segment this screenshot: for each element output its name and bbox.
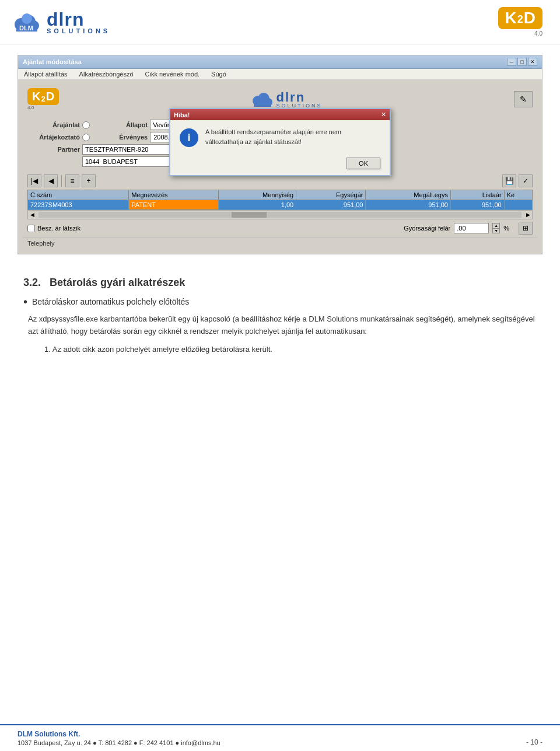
col-megnevezes: Megnevezés bbox=[129, 190, 218, 200]
col-cszam: C.szám bbox=[28, 190, 129, 200]
paragraph-text: Az xdpsyssysfile.exe karbantartóba beker… bbox=[28, 313, 537, 338]
k2d-2-letter: 2 bbox=[517, 13, 523, 26]
page-footer: DLM Solutions Kft. 1037 Budapest, Zay u.… bbox=[0, 724, 560, 751]
bullet-text-1: Betároláskor automatikus polchely előtöl… bbox=[32, 297, 189, 306]
col-listaar: Listaár bbox=[450, 190, 504, 200]
app-k2d-D: D bbox=[46, 90, 54, 103]
toolbar-separator bbox=[61, 175, 62, 187]
cell-cszam: 72237SM4003 bbox=[28, 200, 129, 210]
error-footer: OK bbox=[170, 154, 390, 175]
footer-address: 1037 Budapest, Zay u. 24 ● T: 801 4282 ●… bbox=[18, 739, 220, 746]
error-body: i A beállított rendszerparaméter alapján… bbox=[170, 120, 390, 154]
menu-alkatresz[interactable]: Alkatrészböngésző bbox=[78, 70, 135, 78]
telephely-bar: Telephely bbox=[23, 237, 537, 249]
svg-rect-9 bbox=[254, 101, 271, 107]
toolbar-save-btn[interactable]: 💾 bbox=[502, 174, 516, 187]
horizontal-scrollbar[interactable]: ◀ ▶ bbox=[27, 210, 533, 219]
window-title: Ajánlat módosítása bbox=[23, 58, 82, 65]
error-message-text: A beállított rendszerparaméter alapján e… bbox=[205, 127, 380, 146]
app-k2d-version: 4.0 bbox=[27, 105, 34, 110]
error-dialog: Hiba! ✕ i A beállított rendszerparaméter… bbox=[169, 108, 391, 176]
app-content: K 2 D 4.0 dlrn SOLUTIONS ✎ bbox=[18, 80, 542, 254]
screenshot-window: Ajánlat módosítása ─ □ ✕ Állapot átállít… bbox=[18, 55, 542, 254]
dlm-brand: dlrn bbox=[47, 10, 110, 29]
error-titlebar: Hiba! ✕ bbox=[170, 109, 390, 120]
app-k2d-badge: K 2 D bbox=[27, 88, 59, 105]
col-ke: Ke bbox=[504, 190, 532, 200]
app-dlm-cloud-icon bbox=[251, 89, 273, 109]
k2d-badge: K 2 D bbox=[498, 7, 542, 29]
menu-bar: Állapot átállítás Alkatrészböngésző Cikk… bbox=[18, 69, 542, 80]
app-dlm-logo: dlrn SOLUTIONS bbox=[251, 89, 323, 109]
table-area: C.szám Megnevezés Mennyiség Egységár Meg… bbox=[23, 190, 537, 210]
data-table: C.szám Megnevezés Mennyiség Egységár Meg… bbox=[27, 190, 533, 210]
svg-text:DLM: DLM bbox=[19, 25, 33, 32]
error-dialog-overlay: Hiba! ✕ i A beállított rendszerparaméter… bbox=[53, 108, 507, 176]
menu-sugo[interactable]: Súgó bbox=[210, 70, 228, 78]
window-controls[interactable]: ─ □ ✕ bbox=[507, 58, 537, 66]
app-dlm-text: dlrn SOLUTIONS bbox=[276, 90, 323, 109]
section-number: 3.2. bbox=[23, 277, 41, 288]
bottom-bar: Besz. ár látszik Gyorsasági felár ▲ ▼ % … bbox=[23, 219, 537, 237]
scroll-left-btn[interactable]: ◀ bbox=[28, 212, 36, 218]
maximize-button[interactable]: □ bbox=[517, 58, 527, 66]
app-k2d-2: 2 bbox=[41, 95, 45, 103]
k2d-logo: K 2 D 4.0 bbox=[498, 7, 542, 37]
percent-label: % bbox=[503, 225, 509, 232]
cell-ke bbox=[504, 200, 532, 210]
cell-listaar: 951,00 bbox=[450, 200, 504, 210]
surcharge-input[interactable] bbox=[454, 223, 489, 233]
error-info-icon: i bbox=[180, 128, 198, 147]
export-icon[interactable]: ⊞ bbox=[519, 222, 533, 235]
telephely-label: Telephely bbox=[27, 240, 54, 247]
cell-megnevezes: PATENT bbox=[129, 200, 218, 210]
error-ok-button[interactable]: OK bbox=[346, 158, 380, 169]
footer-left: DLM Solutions Kft. 1037 Budapest, Zay u.… bbox=[18, 730, 220, 746]
toolbar-list-btn[interactable]: ≡ bbox=[65, 174, 79, 187]
besz-ar-label: Besz. ár látszik bbox=[37, 225, 80, 232]
menu-allapot[interactable]: Állapot átállítás bbox=[23, 70, 69, 78]
dlm-cloud-icon: DLM bbox=[12, 9, 42, 35]
surcharge-label: Gyorsasági felár bbox=[404, 225, 450, 232]
dlm-logo: DLM dlrn SOLUTIONS bbox=[12, 9, 110, 35]
surcharge-spinner[interactable]: ▲ ▼ bbox=[492, 223, 500, 233]
scroll-right-btn[interactable]: ▶ bbox=[524, 212, 532, 218]
scroll-thumb[interactable] bbox=[232, 212, 267, 218]
menu-cikk[interactable]: Cikk nevének mód. bbox=[144, 70, 201, 78]
window-titlebar: Ajánlat módosítása ─ □ ✕ bbox=[18, 55, 542, 69]
close-button[interactable]: ✕ bbox=[528, 58, 537, 66]
k2d-version: 4.0 bbox=[534, 30, 542, 37]
error-close-button[interactable]: ✕ bbox=[381, 111, 386, 118]
col-mennyiseg: Mennyiség bbox=[218, 190, 296, 200]
toolbar-nav-first[interactable]: |◀ bbox=[27, 174, 41, 187]
toolbar-nav-prev[interactable]: ◀ bbox=[44, 174, 58, 187]
dlm-solutions-text: SOLUTIONS bbox=[47, 27, 110, 34]
cell-egysegar: 951,00 bbox=[296, 200, 366, 210]
bullet-dot-1: • bbox=[23, 296, 27, 308]
minimize-button[interactable]: ─ bbox=[507, 58, 516, 66]
checkbox-area: Besz. ár látszik bbox=[27, 225, 80, 232]
besz-ar-checkbox[interactable] bbox=[27, 225, 35, 232]
spinner-down[interactable]: ▼ bbox=[493, 229, 499, 233]
svg-point-4 bbox=[22, 13, 32, 24]
bullet-item-1: • Betároláskor automatikus polchely előt… bbox=[23, 297, 537, 308]
k2d-D-letter: D bbox=[524, 10, 536, 26]
toolbar-ok-btn[interactable]: ✓ bbox=[519, 174, 533, 187]
table-row[interactable]: 72237SM4003 PATENT 1,00 951,00 951,00 95… bbox=[28, 200, 533, 210]
app-k2d-logo: K 2 D 4.0 bbox=[27, 88, 59, 110]
dlm-text: dlrn SOLUTIONS bbox=[47, 10, 110, 34]
numbered-item-1: 1. Az adott cikk azon polchelyét amelyre… bbox=[44, 344, 537, 356]
footer-page-number: - 10 - bbox=[526, 738, 542, 746]
section-title: Betárolás gyári alkatrészek bbox=[50, 277, 185, 288]
col-megallegys: Megáll.egys bbox=[366, 190, 451, 200]
app-edit-button[interactable]: ✎ bbox=[514, 91, 533, 107]
k2d-K-letter: K bbox=[505, 10, 517, 26]
toolbar-add-btn[interactable]: + bbox=[82, 174, 96, 187]
section-heading: 3.2. Betárolás gyári alkatrészek bbox=[23, 277, 537, 289]
spinner-up[interactable]: ▲ bbox=[493, 223, 499, 229]
cell-megallegys: 951,00 bbox=[366, 200, 451, 210]
footer-company: DLM Solutions Kft. bbox=[18, 730, 220, 738]
export-btn[interactable]: ⊞ bbox=[519, 222, 533, 235]
col-egysegar: Egységár bbox=[296, 190, 366, 200]
scroll-track[interactable] bbox=[38, 212, 522, 218]
